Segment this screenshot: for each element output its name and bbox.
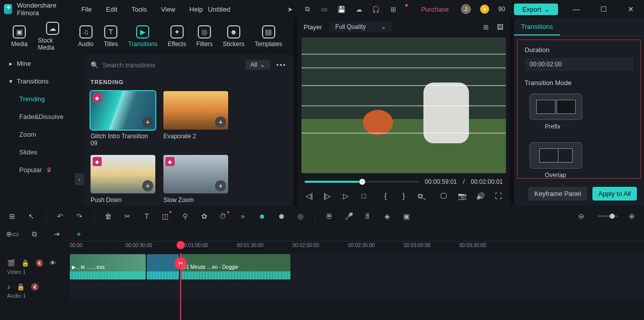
marker-tool-icon[interactable]: ◈ <box>382 211 392 221</box>
card-slowzoom[interactable]: ◆+Slow Zoom <box>163 155 228 204</box>
tab-stock[interactable]: ☁Stock Media <box>38 22 68 51</box>
more-icon[interactable]: ••• <box>276 61 286 69</box>
card-pushdown[interactable]: ◆+Push Down <box>91 155 155 204</box>
grid-icon[interactable]: ⊞ <box>389 5 397 13</box>
delete-icon[interactable]: 🗑 <box>103 211 113 221</box>
menu-view[interactable]: View <box>161 6 175 13</box>
magnet-icon[interactable]: ⌖ <box>74 229 84 239</box>
link-icon[interactable]: ⚲ <box>180 211 190 221</box>
image-view-icon[interactable]: 🖼 <box>496 23 504 31</box>
lock-icon[interactable]: 🔒 <box>21 259 29 267</box>
cut-icon[interactable]: ✂ <box>122 211 133 221</box>
text-icon[interactable]: T <box>142 211 152 221</box>
preview-canvas[interactable] <box>302 37 506 173</box>
time-ruler[interactable]: 00:00 00:00:30:00 00:01:00:00 00:01:30:0… <box>70 241 644 253</box>
keyframe-panel-button[interactable]: Keyframe Panel <box>528 187 587 201</box>
progress-bar[interactable] <box>305 181 419 183</box>
props-tab-transitions[interactable]: Transitions <box>514 19 560 35</box>
mark-out-icon[interactable]: } <box>399 191 408 201</box>
monitor-icon[interactable]: 🖵 <box>439 191 448 201</box>
duration-field[interactable]: 00:00:02:00 <box>525 58 633 71</box>
side-transitions[interactable]: ▾Transitions <box>0 72 83 90</box>
close-button[interactable]: ✕ <box>622 5 640 13</box>
apply-to-all-button[interactable]: Apply to All <box>592 187 637 201</box>
cloud-icon[interactable]: ☁ <box>355 5 363 13</box>
save-icon[interactable]: 💾 <box>337 5 346 13</box>
prev-frame-icon[interactable]: ◁| <box>305 191 314 201</box>
collapse-sidebar-button[interactable]: ‹ <box>75 173 84 185</box>
group-icon[interactable]: ▣ <box>401 211 411 221</box>
add-icon[interactable]: + <box>142 180 153 191</box>
sidebar-item-zoom[interactable]: Zoom <box>0 126 83 143</box>
track-body[interactable]: ▶…te ……ess ▶1 Minute …eo - Doggie <box>70 253 644 281</box>
sidebar-item-trending[interactable]: Trending <box>0 90 83 108</box>
redo-icon[interactable]: ↷ <box>74 211 84 221</box>
ai-icon[interactable]: ☻ <box>257 211 267 221</box>
headphones-icon[interactable]: 🎧 <box>372 5 380 13</box>
mask-icon[interactable]: ✿ <box>199 211 209 221</box>
zoom-slider[interactable] <box>597 215 618 217</box>
play-icon[interactable]: ▷ <box>341 191 350 201</box>
card-glitch[interactable]: ◆+Glitch Intro Transition 09 <box>91 91 155 147</box>
snapshot-icon[interactable]: 📷 <box>457 191 466 201</box>
minimize-button[interactable]: — <box>567 5 585 13</box>
tab-stickers[interactable]: ☻Stickers <box>223 25 245 48</box>
add-media-icon[interactable]: ⊕▭ <box>7 229 17 239</box>
mute-icon[interactable]: 🔇 <box>35 259 44 267</box>
menu-help[interactable]: Help <box>189 6 203 13</box>
undo-icon[interactable]: ↶ <box>55 211 65 221</box>
tab-effects[interactable]: ✦Effects <box>167 25 186 48</box>
add-icon[interactable]: + <box>142 116 153 128</box>
add-icon[interactable]: + <box>215 180 226 191</box>
clip[interactable] <box>147 254 179 279</box>
crop-icon[interactable]: ◫ <box>161 211 171 221</box>
mark-in-icon[interactable]: { <box>381 191 390 201</box>
tab-audio[interactable]: ♫Audio <box>78 25 94 48</box>
track-body[interactable] <box>70 281 644 301</box>
display-icon[interactable]: ▭ <box>320 5 328 13</box>
send-icon[interactable]: ➤ <box>286 5 294 13</box>
tab-transitions[interactable]: ▶Transitions <box>128 25 157 48</box>
tab-filters[interactable]: ◎Filters <box>196 25 213 48</box>
shield-icon[interactable]: ⛨ <box>324 211 334 221</box>
card-evaporate[interactable]: +Evaporate 2 <box>163 91 228 147</box>
mic-icon[interactable]: 🎤 <box>344 211 354 221</box>
layout-icon[interactable]: ⊞ <box>7 211 17 221</box>
record-icon[interactable]: ⏺ <box>276 211 286 221</box>
cursor-icon[interactable]: ↖ <box>26 211 36 221</box>
tab-templates[interactable]: ▤Templates <box>254 25 282 48</box>
link-clips-icon[interactable]: ⧉ <box>29 229 39 239</box>
menu-file[interactable]: File <box>81 6 92 13</box>
progress-knob[interactable] <box>359 179 365 185</box>
filter-dropdown[interactable]: All⌄ <box>245 60 270 70</box>
export-button[interactable]: Export⌄ <box>514 4 558 15</box>
menu-tools[interactable]: Tools <box>132 6 147 13</box>
more-tools-icon[interactable]: » <box>238 211 248 221</box>
avatar[interactable]: J <box>461 4 471 14</box>
next-frame-icon[interactable]: |▷ <box>323 191 332 201</box>
visibility-icon[interactable]: 👁 <box>50 259 56 267</box>
sidebar-item-slides[interactable]: Slides <box>0 143 83 161</box>
lock-icon[interactable]: 🔒 <box>17 283 25 291</box>
sidebar-item-fade[interactable]: Fade&Dissolve <box>0 108 83 126</box>
quality-dropdown[interactable]: Full Quality⌄ <box>329 22 392 32</box>
zoom-out-icon[interactable]: ⊖ <box>576 211 586 221</box>
ripple-icon[interactable]: ⇥ <box>52 229 62 239</box>
target-icon[interactable]: ◎ <box>295 211 306 221</box>
volume-icon[interactable]: 🔊 <box>476 191 485 201</box>
sidebar-item-popular[interactable]: Popular ♛ <box>0 161 83 179</box>
mode-overlap[interactable] <box>530 142 582 169</box>
side-mine[interactable]: ▸Mine <box>0 55 83 72</box>
cut-badge-icon[interactable]: ✂ <box>175 257 187 269</box>
mute-icon[interactable]: 🔇 <box>31 283 39 291</box>
mode-prefix[interactable] <box>530 94 582 120</box>
fullscreen-icon[interactable]: ⛶ <box>494 191 503 201</box>
add-icon[interactable]: + <box>215 116 226 128</box>
tab-titles[interactable]: TTitles <box>104 25 118 48</box>
clip[interactable]: ▶…te ……ess <box>70 254 146 279</box>
search-input[interactable]: 🔍Search transitions <box>91 61 239 69</box>
playhead[interactable]: ✂ <box>180 253 181 320</box>
maximize-button[interactable]: ☐ <box>594 5 613 13</box>
speed-icon[interactable]: ⏱ <box>219 211 229 221</box>
mixer-icon[interactable]: 🎚 <box>363 211 373 221</box>
